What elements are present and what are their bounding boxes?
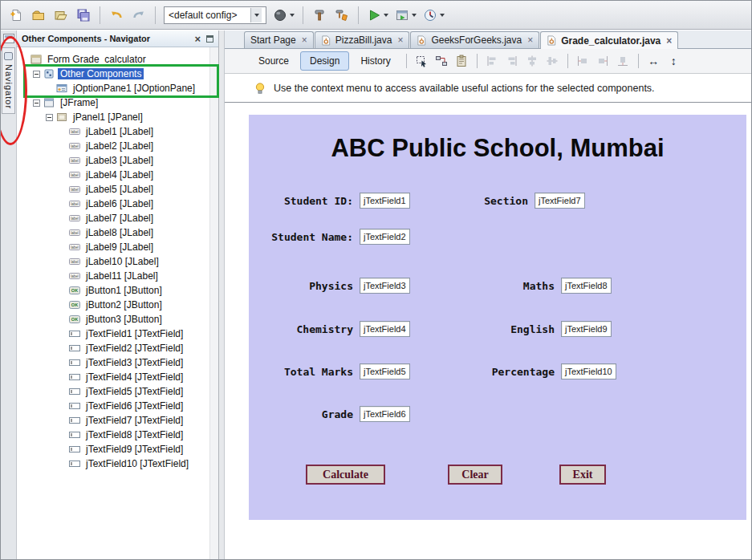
resize-vertical-icon[interactable]: ↕ (665, 52, 683, 71)
jbutton-exit[interactable]: Exit (559, 465, 606, 485)
tree-node[interactable]: labeljLabel7 [JLabel] (20, 211, 218, 225)
preview-design-icon[interactable] (453, 52, 471, 71)
panel-splitter[interactable] (219, 30, 225, 559)
resize-horizontal-icon[interactable]: ↔ (644, 52, 663, 71)
jlabel-component[interactable]: English (436, 323, 555, 335)
tree-node[interactable]: labeljLabel5 [JLabel] (20, 182, 218, 197)
close-tab-icon[interactable]: × (397, 34, 403, 46)
tree-node[interactable]: labeljLabel11 [JLabel] (20, 269, 218, 283)
view-toggle-history[interactable]: History (351, 51, 400, 71)
jlabel-component[interactable]: Student Name: (249, 231, 353, 243)
new-file-icon[interactable] (6, 5, 26, 26)
tree-scrollbar[interactable] (209, 47, 218, 559)
view-toggle-source[interactable]: Source (249, 51, 299, 71)
tree-node[interactable]: labeljLabel2 [JLabel] (20, 139, 218, 153)
tree-node[interactable]: jTextField8 [JTextField] (20, 428, 218, 442)
jlabel-component[interactable]: Total Marks (249, 366, 353, 378)
tree-node[interactable]: OKjButton2 [JButton] (20, 298, 218, 312)
selection-mode-icon[interactable] (413, 52, 431, 71)
undo-icon[interactable] (106, 5, 127, 26)
jlabel-component[interactable]: Maths (436, 280, 555, 292)
dropdown-caret-icon[interactable] (384, 14, 388, 17)
config-dropdown[interactable]: <default config> (164, 6, 266, 24)
tree-node[interactable]: labeljLabel6 [JLabel] (20, 197, 218, 211)
tree-node[interactable]: jTextField1 [JTextField] (20, 327, 218, 341)
jbutton-calculate[interactable]: Calculate (306, 465, 385, 485)
tab-start-page[interactable]: Start Page× (244, 31, 314, 48)
tree-node[interactable]: jTextField4 [JTextField] (20, 370, 218, 384)
anchor-right-icon[interactable] (594, 52, 612, 71)
tree-node[interactable]: labeljLabel8 [JLabel] (20, 225, 218, 240)
build-project-icon[interactable] (309, 5, 330, 26)
debug-project-icon[interactable] (392, 5, 419, 26)
tab-geeksforgeeks-java[interactable]: GeeksForGeeks.java× (410, 31, 539, 48)
collapse-handle-icon[interactable] (46, 114, 53, 121)
new-project-icon[interactable] (28, 5, 49, 26)
close-tab-icon[interactable]: × (527, 34, 533, 46)
set-main-project-icon[interactable] (270, 5, 297, 26)
jlabel-component[interactable]: Chemistry (249, 323, 353, 335)
tree-node[interactable]: Form Grade_calculator (20, 52, 218, 67)
tree-node[interactable]: jTextField3 [JTextField] (20, 355, 218, 370)
jbutton-clear[interactable]: Clear (448, 465, 502, 485)
collapse-handle-icon[interactable] (33, 71, 40, 78)
open-project-icon[interactable] (51, 5, 71, 26)
navigator-vertical-tab[interactable]: Navigator (2, 47, 15, 114)
jtextfield-component[interactable]: jTextField1 (360, 193, 410, 209)
jtextfield-component[interactable]: jTextField7 (535, 193, 585, 209)
jtextfield-component[interactable]: jTextField10 (561, 363, 616, 379)
jtextfield-component[interactable]: jTextField2 (360, 229, 410, 245)
tree-node[interactable]: OKjButton3 [JButton] (20, 312, 218, 327)
view-toggle-design[interactable]: Design (300, 51, 349, 71)
close-tab-icon[interactable]: × (302, 34, 307, 46)
dropdown-caret-icon[interactable] (250, 8, 262, 22)
tree-node[interactable]: labeljLabel1 [JLabel] (20, 124, 218, 139)
tree-node[interactable]: jTextField5 [JTextField] (20, 384, 218, 399)
dropdown-caret-icon[interactable] (412, 14, 417, 17)
dropdown-caret-icon[interactable] (440, 14, 445, 17)
anchor-bottom-icon[interactable] (614, 52, 632, 71)
jtextfield-component[interactable]: jTextField3 (360, 278, 410, 294)
run-project-icon[interactable] (364, 5, 391, 26)
jtextfield-component[interactable]: jTextField8 (561, 278, 612, 294)
tree-node[interactable]: Other Components (20, 67, 218, 81)
jtextfield-component[interactable]: jTextField5 (360, 363, 410, 379)
tree-node[interactable]: jTextField10 [JTextField] (20, 457, 218, 471)
anchor-left-icon[interactable] (574, 52, 592, 71)
align-right-icon[interactable] (503, 52, 522, 71)
profile-project-icon[interactable] (421, 5, 447, 26)
design-canvas[interactable]: ABC Public School, Mumbai Student ID:jTe… (225, 103, 751, 559)
jtextfield-component[interactable]: jTextField9 (561, 321, 612, 337)
jlabel-component[interactable]: Student ID: (249, 195, 353, 207)
jtextfield-component[interactable]: jTextField4 (360, 321, 410, 337)
tree-node[interactable]: [JFrame] (20, 95, 218, 110)
align-center-horizontal-icon[interactable] (523, 52, 542, 71)
tree-node[interactable]: labeljLabel9 [JLabel] (20, 240, 218, 254)
tree-node[interactable]: jTextField2 [JTextField] (20, 341, 218, 355)
close-icon[interactable]: × (194, 34, 201, 44)
jlabel-component[interactable]: Percentage (436, 366, 555, 378)
minimized-window-icon[interactable] (3, 34, 14, 43)
tree-node[interactable]: labeljLabel3 [JLabel] (20, 153, 218, 168)
tree-node[interactable]: OKjButton1 [JButton] (20, 283, 218, 298)
jtextfield-component[interactable]: jTextField6 (360, 406, 410, 422)
tree-node[interactable]: labeljLabel10 [JLabel] (20, 254, 218, 269)
dropdown-caret-icon[interactable] (290, 14, 295, 17)
align-center-vertical-icon[interactable] (543, 52, 562, 71)
connection-mode-icon[interactable] (433, 52, 451, 71)
jpanel1-design-surface[interactable]: ABC Public School, Mumbai Student ID:jTe… (249, 115, 746, 520)
tree-node[interactable]: jPanel1 [JPanel] (20, 110, 218, 124)
jlabel-component[interactable]: Section (409, 195, 528, 207)
save-all-icon[interactable] (73, 5, 94, 26)
tree-node[interactable]: jTextField7 [JTextField] (20, 413, 218, 428)
tab-pizzabill-java[interactable]: PizzaBill.java× (315, 31, 410, 48)
jlabel-component[interactable]: Physics (249, 280, 353, 292)
form-title-label[interactable]: ABC Public School, Mumbai (249, 134, 746, 163)
jlabel-component[interactable]: Grade (249, 408, 353, 420)
tree-node[interactable]: jTextField9 [JTextField] (20, 442, 218, 457)
align-left-icon[interactable] (483, 52, 502, 71)
clean-build-icon[interactable] (331, 5, 352, 26)
tree-node[interactable]: jTextField6 [JTextField] (20, 399, 218, 413)
tab-grade-calculator-java[interactable]: Grade_calculator.java× (540, 31, 678, 49)
float-window-icon[interactable] (206, 35, 213, 43)
